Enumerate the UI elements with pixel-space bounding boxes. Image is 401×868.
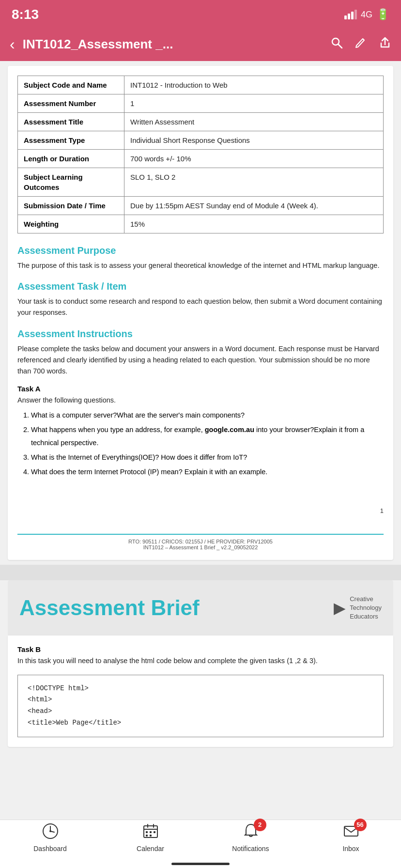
svg-rect-12	[150, 835, 152, 837]
table-cell-label: Assessment Type	[18, 131, 124, 150]
status-bar: 8:13 4G 🔋	[0, 0, 401, 27]
inbox-badge: 56	[354, 819, 367, 831]
table-cell-value: 1	[124, 94, 384, 113]
table-cell-label: Length or Duration	[18, 150, 124, 168]
table-cell-value: 700 words +/- 10%	[124, 150, 384, 168]
nav-actions	[330, 36, 391, 52]
task-item-body: Your task is to conduct some research an…	[17, 296, 384, 318]
svg-rect-8	[146, 831, 148, 833]
signal-icon	[344, 10, 357, 19]
brief-logo-text: Creative Technology Educators	[350, 595, 382, 621]
page-separator	[0, 565, 401, 580]
table-cell-value: Due by 11:55pm AEST Sunday end of Module…	[124, 197, 384, 215]
code-line: <!DOCTYPE html>	[28, 683, 373, 695]
tab-bar: Dashboard Calendar 2	[0, 820, 401, 868]
tab-inbox-label: Inbox	[342, 845, 359, 852]
calendar-icon	[142, 822, 159, 840]
back-button[interactable]: ‹	[10, 35, 15, 53]
notifications-icon-wrapper: 2	[242, 822, 260, 842]
logo-line2: Technology	[350, 604, 382, 612]
list-item: What is a computer server?What are the s…	[31, 409, 384, 421]
page-number: 1	[17, 507, 384, 514]
footer-ref: INT1012 – Assessment 1 Brief _ v2.2_0905…	[17, 544, 384, 550]
task-item-heading: Assessment Task / Item	[17, 281, 384, 292]
document-page-1: Subject Code and NameINT1012 - Introduct…	[8, 66, 393, 560]
tab-inbox[interactable]: 56 Inbox	[322, 822, 380, 852]
assessment-brief-header: Assessment Brief ▶ Creative Technology E…	[8, 580, 393, 636]
svg-rect-11	[146, 835, 148, 837]
calendar-icon-wrapper	[142, 822, 159, 842]
edit-icon[interactable]	[355, 36, 367, 52]
tab-calendar[interactable]: Calendar	[122, 822, 180, 852]
table-cell-value: SLO 1, SLO 2	[124, 168, 384, 197]
code-line: <head>	[28, 706, 373, 717]
nav-bar: ‹ INT1012_Assessment _...	[0, 27, 401, 61]
table-cell-value: Individual Short Response Questions	[124, 131, 384, 150]
document-page-2: Task B In this task you will need to ana…	[8, 636, 393, 746]
logo-line1: Creative	[350, 595, 382, 604]
code-block: <!DOCTYPE html><html><head> <title>Web P…	[17, 675, 384, 737]
battery-icon: 🔋	[376, 8, 389, 21]
list-item: What does the term Internet Protocol (IP…	[31, 465, 384, 478]
instructions-heading: Assessment Instructions	[17, 328, 384, 340]
status-time: 8:13	[12, 7, 39, 22]
share-icon[interactable]	[379, 36, 391, 52]
search-icon[interactable]	[330, 36, 343, 52]
tab-dashboard[interactable]: Dashboard	[21, 822, 79, 852]
assessment-table: Subject Code and NameINT1012 - Introduct…	[17, 76, 384, 233]
footer-rto: RTO: 90511 / CRICOS: 02155J / HE PROVIDE…	[17, 539, 384, 544]
status-icons: 4G 🔋	[344, 8, 389, 21]
table-cell-label: Submission Date / Time	[18, 197, 124, 215]
code-line: <title>Web Page</title>	[28, 717, 373, 729]
purpose-body: The purpose of this task is to assess yo…	[17, 260, 384, 271]
table-cell-label: Assessment Title	[18, 113, 124, 131]
list-item: What happens when you type an address, f…	[31, 423, 384, 449]
list-item: What is the Internet of Everythings(IOE)…	[31, 451, 384, 464]
nav-title: INT1012_Assessment _...	[23, 37, 323, 52]
tab-notifications[interactable]: 2 Notifications	[222, 822, 280, 852]
page-footer: RTO: 90511 / CRICOS: 02155J / HE PROVIDE…	[17, 534, 384, 550]
task-b-title: Task B	[17, 645, 384, 653]
tab-notifications-label: Notifications	[232, 845, 269, 852]
brief-logo-icon: ▶	[334, 599, 346, 617]
table-cell-value: 15%	[124, 215, 384, 233]
home-indicator	[171, 863, 230, 865]
table-cell-label: Assessment Number	[18, 94, 124, 113]
tab-dashboard-label: Dashboard	[33, 845, 67, 852]
tab-calendar-label: Calendar	[137, 845, 164, 852]
task-a-questions: What is a computer server?What are the s…	[31, 409, 384, 478]
brief-logo-area: ▶ Creative Technology Educators	[334, 595, 382, 621]
svg-rect-10	[154, 831, 155, 833]
table-cell-value: Written Assessment	[124, 113, 384, 131]
assessment-brief-title: Assessment Brief	[19, 596, 200, 620]
task-b-intro: In this task you will need to analyse th…	[17, 655, 384, 666]
inbox-icon-wrapper: 56	[342, 822, 360, 842]
dashboard-icon	[42, 822, 59, 840]
task-a-title: Task A	[17, 385, 384, 393]
svg-rect-9	[150, 831, 152, 833]
table-cell-label: Subject Learning Outcomes	[18, 168, 124, 197]
instructions-body: Please complete the tasks below and docu…	[17, 343, 384, 377]
table-cell-value: INT1012 - Introduction to Web	[124, 76, 384, 94]
table-cell-label: Weighting	[18, 215, 124, 233]
dashboard-icon-wrapper	[42, 822, 59, 842]
logo-line3: Educators	[350, 612, 382, 621]
network-label: 4G	[361, 10, 372, 20]
notifications-badge: 2	[254, 819, 266, 831]
purpose-heading: Assessment Purpose	[17, 245, 384, 256]
code-line: <html>	[28, 694, 373, 706]
svg-line-1	[339, 44, 342, 48]
svg-point-3	[49, 830, 51, 832]
task-a-intro: Answer the following questions.	[17, 395, 384, 406]
table-cell-label: Subject Code and Name	[18, 76, 124, 94]
